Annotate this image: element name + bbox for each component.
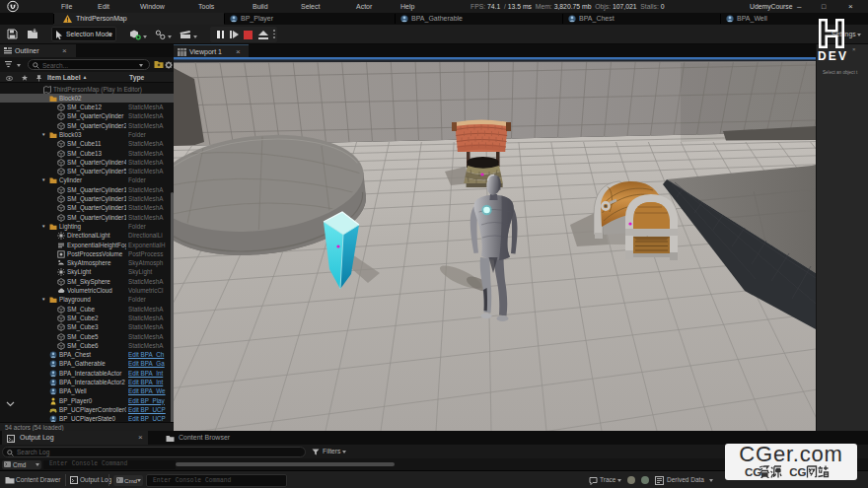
svg-text:CG: CG <box>786 465 807 477</box>
svg-text:DEV: DEV <box>818 49 848 63</box>
svg-text:CG: CG <box>745 465 761 477</box>
